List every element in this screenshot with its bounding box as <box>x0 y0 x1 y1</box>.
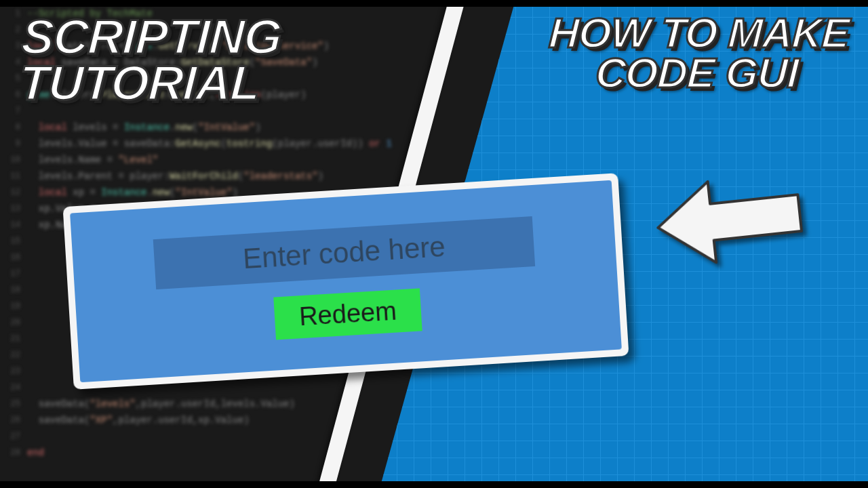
letterbox-bottom <box>0 481 868 488</box>
code-input[interactable] <box>153 216 535 289</box>
code-gui-panel: Redeem <box>63 173 629 390</box>
arrow-left-icon <box>646 161 812 281</box>
left-title: SCRIPTING TUTORIAL <box>18 14 282 106</box>
title-text: CODE GUI <box>594 49 799 96</box>
right-title: HOW TO MAKE CODE GUI <box>545 14 850 94</box>
redeem-button[interactable]: Redeem <box>273 288 422 340</box>
letterbox-top <box>0 0 868 7</box>
title-text: TUTORIAL <box>18 56 261 110</box>
